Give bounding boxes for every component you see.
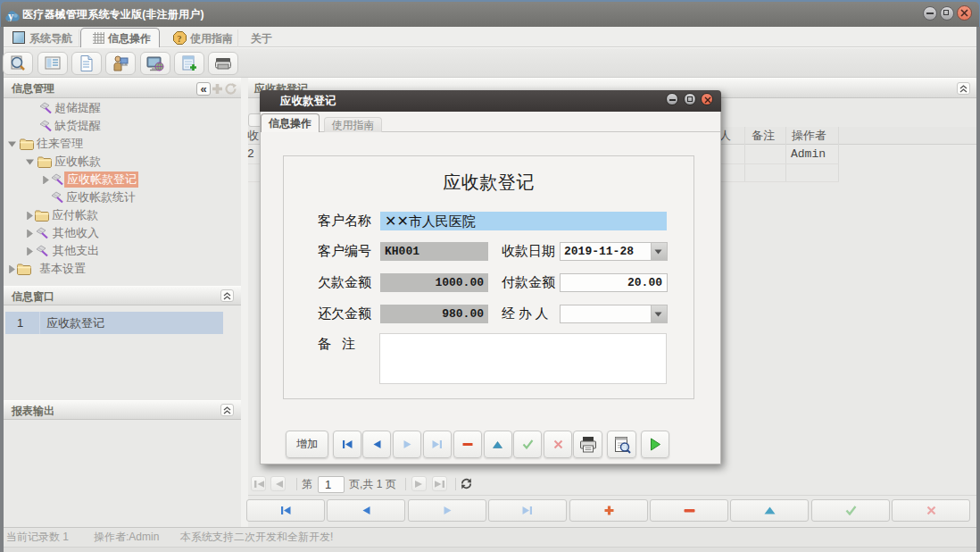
svg-text:y: y [8,10,14,21]
svg-text:?: ? [178,34,182,44]
